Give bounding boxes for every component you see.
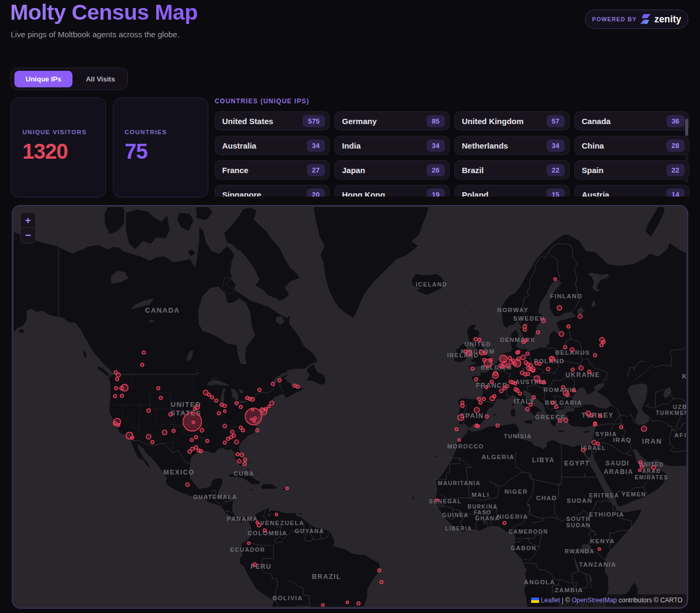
svg-text:LIBYA: LIBYA bbox=[532, 456, 555, 464]
svg-text:SWEDEN: SWEDEN bbox=[513, 315, 544, 322]
svg-text:CUBA: CUBA bbox=[233, 470, 254, 477]
svg-text:ARAB: ARAB bbox=[642, 468, 661, 474]
svg-text:MOROCCO: MOROCCO bbox=[447, 443, 484, 449]
svg-text:BURKINA: BURKINA bbox=[468, 504, 498, 510]
svg-text:YEMEN: YEMEN bbox=[622, 491, 647, 497]
svg-text:KENYA: KENYA bbox=[590, 538, 615, 544]
svg-text:FINLAND: FINLAND bbox=[550, 293, 583, 299]
svg-text:NIGER: NIGER bbox=[504, 488, 528, 495]
svg-text:SAUDI: SAUDI bbox=[606, 460, 630, 467]
svg-text:CHAD: CHAD bbox=[536, 495, 557, 501]
svg-text:COLOMBIA: COLOMBIA bbox=[248, 530, 288, 536]
svg-text:NIGERIA: NIGERIA bbox=[497, 513, 528, 520]
svg-text:TURKMENISTA: TURKMENISTA bbox=[656, 410, 686, 416]
svg-text:GUYANA: GUYANA bbox=[295, 528, 324, 534]
svg-text:EMIRATES: EMIRATES bbox=[635, 475, 669, 480]
svg-text:SENEGAL: SENEGAL bbox=[429, 498, 461, 504]
svg-text:CANADA: CANADA bbox=[145, 306, 180, 314]
svg-text:SOUTH: SOUTH bbox=[566, 516, 591, 522]
svg-text:ARABIA: ARABIA bbox=[604, 468, 633, 476]
svg-text:EGYPT: EGYPT bbox=[564, 460, 590, 467]
svg-text:MEXICO: MEXICO bbox=[164, 469, 194, 476]
svg-text:GUATEMALA: GUATEMALA bbox=[193, 494, 238, 500]
svg-text:BULGARIA: BULGARIA bbox=[545, 399, 582, 406]
svg-text:ECUADOR: ECUADOR bbox=[230, 546, 265, 553]
svg-text:GHANA: GHANA bbox=[475, 515, 500, 521]
svg-text:MAURITANIA: MAURITANIA bbox=[438, 480, 481, 486]
svg-text:DENMARK: DENMARK bbox=[500, 337, 536, 343]
svg-text:IRELAND: IRELAND bbox=[447, 352, 478, 358]
svg-text:IRAQ: IRAQ bbox=[613, 437, 632, 443]
svg-text:UKRAINE: UKRAINE bbox=[565, 371, 600, 379]
svg-text:TUNISIA: TUNISIA bbox=[504, 433, 532, 439]
svg-text:PANAMA: PANAMA bbox=[227, 516, 258, 522]
svg-text:MALI: MALI bbox=[471, 492, 490, 498]
svg-text:IRAN: IRAN bbox=[642, 437, 662, 445]
svg-text:GABON: GABON bbox=[511, 545, 536, 551]
svg-text:ALGERIA: ALGERIA bbox=[482, 454, 515, 460]
svg-text:BOLIVIA: BOLIVIA bbox=[272, 595, 303, 601]
svg-text:CAMEROON: CAMEROON bbox=[509, 528, 548, 535]
svg-text:GUINEA: GUINEA bbox=[442, 512, 469, 518]
svg-text:TANZANIA: TANZANIA bbox=[579, 561, 616, 568]
svg-text:ERITREA: ERITREA bbox=[589, 492, 620, 498]
svg-text:UNITED: UNITED bbox=[465, 341, 491, 347]
svg-text:VENEZUELA: VENEZUELA bbox=[260, 520, 304, 526]
svg-text:ETHIOPIA: ETHIOPIA bbox=[589, 511, 624, 518]
svg-text:ANGOLA: ANGOLA bbox=[524, 579, 556, 585]
svg-text:AFGHA: AFGHA bbox=[674, 432, 686, 438]
svg-text:RWANDA: RWANDA bbox=[565, 548, 595, 554]
svg-text:BRAZIL: BRAZIL bbox=[312, 573, 341, 581]
svg-text:LIBERIA: LIBERIA bbox=[445, 526, 473, 532]
svg-text:KAZA: KAZA bbox=[682, 373, 686, 380]
svg-text:SUDAN: SUDAN bbox=[566, 522, 591, 528]
svg-text:ZAMBIA: ZAMBIA bbox=[555, 587, 583, 593]
svg-text:NORWAY: NORWAY bbox=[497, 307, 529, 313]
svg-text:ICELAND: ICELAND bbox=[416, 281, 447, 288]
